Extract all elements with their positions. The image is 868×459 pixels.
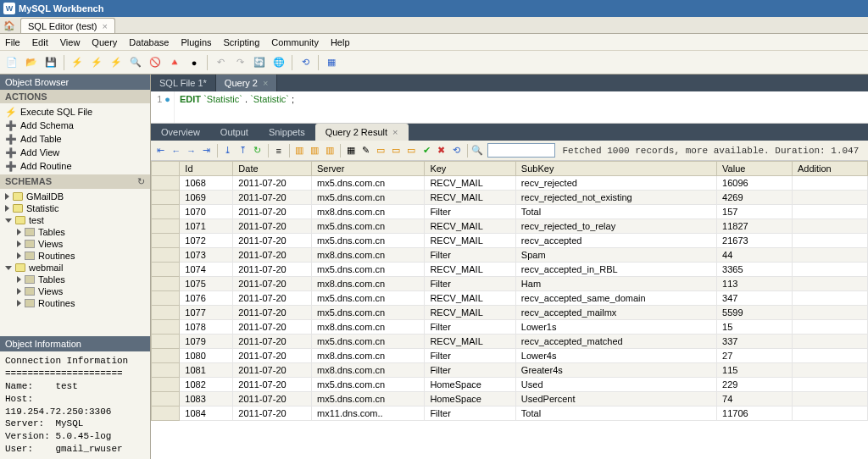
cell[interactable]: 2011-07-20 [233, 176, 312, 191]
table-row[interactable]: 10772011-07-20mx5.dns.com.cnRECV_MAILrec… [152, 306, 868, 320]
column-header[interactable]: Server [311, 162, 424, 176]
cell[interactable]: 1070 [180, 205, 233, 219]
schema-webmail-routines[interactable]: Routines [0, 297, 150, 309]
last-row-icon[interactable]: ⇥ [200, 143, 214, 158]
cell[interactable]: 229 [717, 378, 793, 392]
search-icon[interactable]: 🔍 [470, 143, 484, 158]
cell[interactable]: mx5.dns.com.cn [311, 392, 424, 406]
cell[interactable]: 2011-07-20 [233, 349, 312, 363]
cell[interactable]: RECV_MAIL [425, 219, 515, 234]
cell[interactable]: Ham [515, 277, 716, 291]
column-header[interactable]: Key [425, 162, 515, 176]
cell[interactable] [792, 406, 867, 421]
cell[interactable]: 16096 [717, 176, 793, 191]
cell[interactable]: mx5.dns.com.cn [311, 263, 424, 277]
cell[interactable]: mx8.dns.com.cn [311, 363, 424, 378]
cell[interactable]: 2011-07-20 [233, 191, 312, 205]
column-header[interactable]: Addition [792, 162, 867, 176]
prev-row-icon[interactable]: ← [170, 143, 183, 158]
cell[interactable]: RECV_MAIL [425, 335, 515, 349]
redo-icon[interactable]: ↷ [231, 54, 248, 71]
cell[interactable]: RECV_MAIL [425, 234, 515, 248]
cell[interactable]: Filter [425, 205, 515, 219]
cell[interactable] [792, 306, 867, 320]
expand-icon[interactable] [17, 288, 21, 295]
cell[interactable]: RECV_MAIL [425, 291, 515, 306]
schema-test-views[interactable]: Views [0, 238, 150, 250]
tab-overview[interactable]: Overview [151, 124, 210, 141]
cell[interactable]: 1078 [180, 320, 233, 335]
cell[interactable]: 5599 [717, 306, 793, 320]
search-input[interactable] [487, 143, 555, 158]
result-grid[interactable]: IdDateServerKeySubKeyValueAddition 10682… [151, 161, 868, 459]
cell[interactable]: 1075 [180, 277, 233, 291]
toggle-sidebar-icon[interactable]: ▦ [323, 54, 340, 71]
cell[interactable]: mx11.dns.com.. [311, 406, 424, 421]
cell[interactable]: 44 [717, 248, 793, 263]
cell[interactable]: 2011-07-20 [233, 277, 312, 291]
expand-icon[interactable] [17, 276, 21, 283]
cell[interactable]: 2011-07-20 [233, 306, 312, 320]
table-row[interactable]: 10732011-07-20mx8.dns.com.cnFilterSpam44 [152, 248, 868, 263]
reconnect-icon[interactable]: 🌐 [270, 54, 287, 71]
cell[interactable]: 337 [717, 335, 793, 349]
apply-icon[interactable]: ⤓ [220, 143, 234, 158]
table-row[interactable]: 10692011-07-20mx5.dns.com.cnRECV_MAILrec… [152, 191, 868, 205]
cell[interactable]: 2011-07-20 [233, 406, 312, 421]
cell[interactable]: Total [515, 406, 716, 421]
cell[interactable]: Filter [425, 349, 515, 363]
table-row[interactable]: 10812011-07-20mx8.dns.com.cnFilterGreate… [152, 363, 868, 378]
cell[interactable]: 2011-07-20 [233, 291, 312, 306]
cell[interactable]: 347 [717, 291, 793, 306]
menu-edit[interactable]: Edit [32, 37, 48, 47]
cell[interactable]: 2011-07-20 [233, 363, 312, 378]
cell[interactable]: 2011-07-20 [233, 378, 312, 392]
sort-asc-icon[interactable]: ▥ [292, 143, 306, 158]
sql-tab-query2[interactable]: Query 2× [216, 75, 278, 91]
column-header[interactable]: Value [717, 162, 793, 176]
tab-query2-result[interactable]: Query 2 Result× [315, 124, 409, 141]
cell[interactable]: 1071 [180, 219, 233, 234]
table-row[interactable]: 10802011-07-20mx8.dns.com.cnFilterLower4… [152, 349, 868, 363]
cell[interactable]: RECV_MAIL [425, 191, 515, 205]
cell[interactable]: 2011-07-20 [233, 248, 312, 263]
cell[interactable] [792, 378, 867, 392]
cell[interactable]: recv_accepted_matched [515, 335, 716, 349]
cell[interactable]: 11827 [717, 219, 793, 234]
cell[interactable]: 1080 [180, 349, 233, 363]
menu-database[interactable]: Database [129, 37, 169, 47]
schema-statistic[interactable]: Statistic [0, 202, 150, 214]
close-icon[interactable]: × [263, 78, 268, 88]
cell[interactable]: 1072 [180, 234, 233, 248]
cell[interactable]: 15 [717, 320, 793, 335]
close-icon[interactable]: × [392, 127, 398, 137]
cell[interactable]: 115 [717, 363, 793, 378]
cell[interactable]: 21673 [717, 234, 793, 248]
cell[interactable]: 2011-07-20 [233, 320, 312, 335]
table-row[interactable]: 10742011-07-20mx5.dns.com.cnRECV_MAILrec… [152, 263, 868, 277]
cell[interactable]: 11706 [717, 406, 793, 421]
new-sql-icon[interactable]: 📄 [3, 54, 20, 71]
action-execute-sql[interactable]: ⚡Execute SQL File [0, 105, 150, 119]
menu-query[interactable]: Query [92, 37, 117, 47]
cell[interactable]: recv_accepted_same_domain [515, 291, 716, 306]
cell[interactable] [792, 277, 867, 291]
menu-help[interactable]: Help [331, 37, 350, 47]
schema-gmaildb[interactable]: GMailDB [0, 191, 150, 202]
cell[interactable] [792, 335, 867, 349]
cell[interactable]: Greater4s [515, 363, 716, 378]
cell[interactable]: RECV_MAIL [425, 306, 515, 320]
cell[interactable]: 1074 [180, 263, 233, 277]
toggle-output-icon[interactable]: ⟲ [297, 54, 314, 71]
cell[interactable]: RECV_MAIL [425, 176, 515, 191]
table-row[interactable]: 10792011-07-20mx5.dns.com.cnRECV_MAILrec… [152, 335, 868, 349]
explain-icon[interactable]: ⚡ [108, 54, 125, 71]
schema-test[interactable]: test [0, 214, 150, 226]
table-row[interactable]: 10822011-07-20mx5.dns.com.cnHomeSpaceUse… [152, 378, 868, 392]
cell[interactable]: Filter [425, 406, 515, 421]
refresh-schemas-icon[interactable]: ↻ [137, 176, 145, 187]
cell[interactable] [792, 176, 867, 191]
cell[interactable]: mx5.dns.com.cn [311, 176, 424, 191]
cell[interactable]: 1081 [180, 363, 233, 378]
connection-tab[interactable]: SQL Editor (test) × [20, 18, 115, 33]
